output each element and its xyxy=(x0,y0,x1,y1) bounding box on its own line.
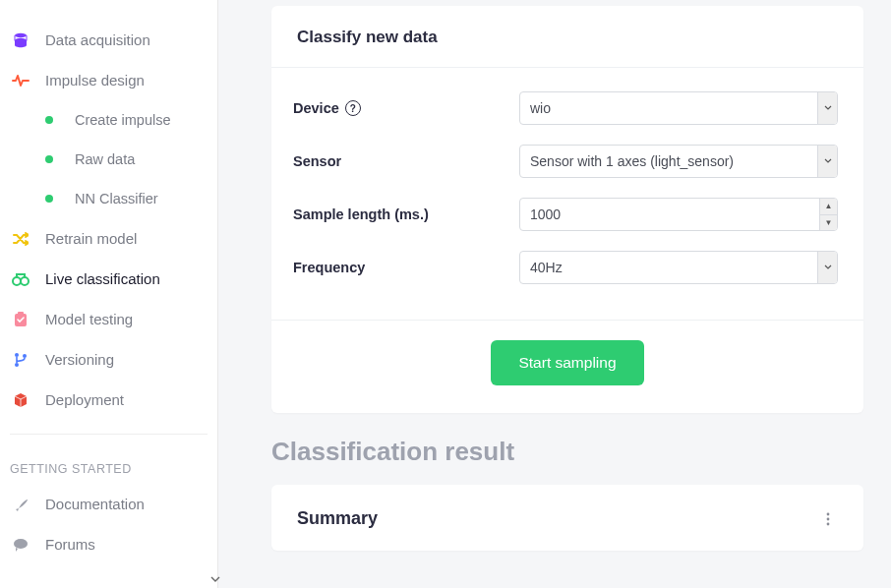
binoculars-icon xyxy=(10,272,31,286)
sidebar-item-label: Live classification xyxy=(45,270,160,287)
sidebar-item-label: Forums xyxy=(45,536,95,553)
status-dot-icon xyxy=(45,116,53,124)
svg-point-6 xyxy=(15,353,19,357)
svg-point-10 xyxy=(827,512,830,515)
pulse-icon xyxy=(10,74,31,88)
more-options-button[interactable] xyxy=(818,509,838,529)
clipboard-icon xyxy=(10,312,31,327)
sidebar-item-model-testing[interactable]: Model testing xyxy=(0,299,217,339)
shuffle-icon xyxy=(10,232,31,246)
database-icon xyxy=(10,32,31,48)
svg-rect-5 xyxy=(18,312,24,315)
sidebar-item-label: Retrain model xyxy=(45,230,137,247)
classify-card: Classify new data Device ? wio Se xyxy=(271,6,863,413)
sidebar-sub-label: NN Classifier xyxy=(75,191,158,206)
sidebar-item-label: Impulse design xyxy=(45,72,145,88)
svg-point-11 xyxy=(827,517,830,520)
device-select[interactable]: wio xyxy=(519,91,838,125)
sidebar-sub-label: Create impulse xyxy=(75,112,171,128)
sidebar-item-versioning[interactable]: Versioning xyxy=(0,339,217,380)
sensor-select[interactable]: Sensor with 1 axes (light_sensor) xyxy=(519,145,838,178)
sidebar-item-deployment[interactable]: Deployment xyxy=(0,380,217,420)
form-row-sensor: Sensor Sensor with 1 axes (light_sensor) xyxy=(293,145,838,178)
classify-card-title: Classify new data xyxy=(297,28,838,47)
help-icon[interactable]: ? xyxy=(345,100,361,116)
form-row-device: Device ? wio xyxy=(293,91,838,125)
main-content: Classify new data Device ? wio Se xyxy=(218,0,891,588)
sidebar-sub-raw-data[interactable]: Raw data xyxy=(0,140,217,179)
sidebar-item-label: Deployment xyxy=(45,391,124,408)
svg-point-2 xyxy=(13,277,21,285)
frequency-select[interactable]: 40Hz xyxy=(519,251,838,284)
svg-point-9 xyxy=(14,539,28,549)
sidebar-divider xyxy=(10,434,208,435)
form-row-frequency: Frequency 40Hz xyxy=(293,251,838,284)
summary-card-header: Summary xyxy=(271,485,863,551)
classification-result-heading: Classification result xyxy=(271,437,863,467)
start-sampling-button[interactable]: Start sampling xyxy=(491,340,643,385)
sidebar-item-documentation[interactable]: Documentation xyxy=(0,484,217,524)
cube-icon xyxy=(10,392,31,408)
sidebar-item-forums[interactable]: Forums xyxy=(0,524,217,564)
sidebar-sub-nn-classifier[interactable]: NN Classifier xyxy=(0,179,217,218)
svg-point-7 xyxy=(15,363,19,367)
svg-point-0 xyxy=(15,32,27,36)
svg-point-8 xyxy=(23,354,27,358)
sidebar-item-label: Versioning xyxy=(45,351,114,368)
sample-length-input[interactable] xyxy=(519,198,838,231)
sidebar-section-getting-started: GETTING STARTED xyxy=(0,448,217,484)
classify-form: Device ? wio Sensor Sensor with 1 axes xyxy=(271,68,863,321)
rocket-icon xyxy=(10,497,31,512)
svg-point-12 xyxy=(827,522,830,525)
sidebar-sub-create-impulse[interactable]: Create impulse xyxy=(0,100,217,140)
form-row-sample-length: Sample length (ms.) ▲▼ xyxy=(293,198,838,231)
summary-title: Summary xyxy=(297,508,378,529)
sidebar: Data acquisition Impulse design Create i… xyxy=(0,0,218,588)
sidebar-item-live-classification[interactable]: Live classification xyxy=(0,259,217,299)
sample-length-label: Sample length (ms.) xyxy=(293,206,519,222)
status-dot-icon xyxy=(45,195,53,203)
sidebar-item-data-acquisition[interactable]: Data acquisition xyxy=(0,20,217,60)
svg-point-3 xyxy=(21,277,29,285)
device-label: Device ? xyxy=(293,100,519,116)
sidebar-item-label: Model testing xyxy=(45,311,133,327)
sidebar-sub-label: Raw data xyxy=(75,151,135,167)
chat-icon xyxy=(10,538,31,552)
sidebar-item-label: Data acquisition xyxy=(45,31,150,48)
sensor-label: Sensor xyxy=(293,153,519,169)
status-dot-icon xyxy=(45,155,53,163)
branch-icon xyxy=(10,352,31,368)
sidebar-item-label: Documentation xyxy=(45,496,145,512)
classify-card-header: Classify new data xyxy=(271,6,863,68)
sidebar-item-retrain-model[interactable]: Retrain model xyxy=(0,218,217,259)
frequency-label: Frequency xyxy=(293,260,519,275)
summary-card: Summary xyxy=(271,485,863,551)
svg-point-1 xyxy=(15,37,27,41)
sidebar-item-impulse-design[interactable]: Impulse design xyxy=(0,60,217,100)
sampling-row: Start sampling xyxy=(271,321,863,413)
